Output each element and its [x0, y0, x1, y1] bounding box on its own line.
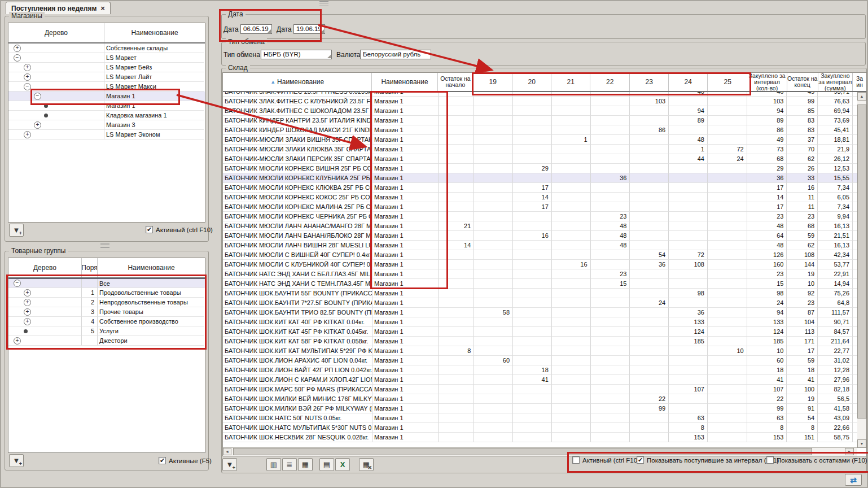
expand-icon[interactable]: +: [24, 64, 31, 71]
product-row[interactable]: БАТОНЧИК МЮСЛИ ЛАНЧ ВИШНЯ 28Г MUESLI LUN…: [223, 241, 857, 250]
product-row[interactable]: БАТОНЧИК МЮСЛИ С ВИШНЕЙ 40Г СУПЕР! 0.4кг…: [223, 250, 857, 260]
product-row[interactable]: БАТОНЧИК МЮСЛИ КОРНЕКС КЛУБНИКА 25Г РБ C…: [223, 173, 857, 183]
expand-icon[interactable]: +: [14, 45, 21, 52]
groups-col-tree[interactable]: Дерево: [8, 258, 82, 277]
scroll-left-button[interactable]: ◄: [223, 448, 231, 455]
collapse-icon[interactable]: −: [24, 83, 31, 90]
store-tree-row[interactable]: +Собственные склады: [8, 43, 205, 53]
collapse-icon[interactable]: −: [14, 280, 21, 287]
group-tree-row[interactable]: −Все: [8, 278, 205, 288]
product-row[interactable]: БАТОНЧИК ЗЛАК.ФИТНЕС С ШОКОЛАДОМ 23.5Г F…: [223, 106, 857, 116]
col-header-start-balance[interactable]: Остаток на начало: [438, 73, 474, 91]
product-row[interactable]: БАТОНЧИК ШОК.КИТ КАТ 45Г РФ KITKAT 0.045…: [223, 327, 857, 337]
store-tree-row[interactable]: −Магазин 1: [8, 91, 205, 101]
top-splitter-handle[interactable]: [319, 1, 328, 6]
product-row[interactable]: БАТОНЧИК ШОК.МИЛКИ ВЕЙ МИНИС 176Г MILKYW…: [223, 394, 857, 404]
product-row[interactable]: БАТОНЧИК МЮСЛИ ЛАНЧ БАНАН/ЯБЛОКО 28Г MUE…: [223, 231, 857, 241]
product-row[interactable]: БАТОНЧИК МЮСЛИ КОРНЕКС МАЛИНА 25Г РБ COR…: [223, 202, 857, 212]
col-header-purchased-qty[interactable]: Закуплено за интервал (кол-во): [747, 73, 787, 91]
groups-filter-button[interactable]: ▼ +: [9, 454, 24, 467]
store-tree-row[interactable]: Магазин 1: [8, 101, 205, 111]
store-tree-row[interactable]: +LS Маркет Лайт: [8, 72, 205, 82]
col-header-week-23[interactable]: 23: [630, 73, 669, 91]
calculator-button[interactable]: ▦: [298, 458, 313, 471]
active-filter-checkbox[interactable]: Активный (ctrl F10): [572, 456, 639, 464]
store-tree-row[interactable]: +Магазин 3: [8, 120, 205, 130]
product-row[interactable]: БАТОНЧИК КИНДЕР ШОКОЛАД МАКСИ 21Г KINDER…: [223, 125, 857, 135]
vertical-scrollbar[interactable]: ▲ ▼: [857, 92, 866, 448]
product-row[interactable]: БАТОНЧИК ШОК.МАРС 50Г РФ MARS (ПРИКАССА)…: [223, 385, 857, 394]
horizontal-scroll-thumb[interactable]: [233, 448, 812, 455]
group-tree-row[interactable]: 5Услуги: [8, 326, 205, 336]
scroll-up-button[interactable]: ▲: [857, 92, 866, 101]
product-row[interactable]: БАТОНЧИК-МЮСЛИ ЗЛАКИ КЛЮКВА 35Г СПАРТАК …: [223, 145, 857, 154]
col-header-product-name[interactable]: ▲ Наименование: [223, 73, 372, 91]
groups-col-name[interactable]: Наименование: [98, 258, 205, 277]
product-row[interactable]: БАТОНЧИК ЗЛАК.ФИТНЕС 23.5Г FITNESS 0.023…: [223, 92, 857, 97]
show-with-balances-checkbox[interactable]: Показывать с остатками (F10): [766, 456, 867, 464]
numbered-list-button[interactable]: ≣: [282, 458, 297, 471]
currency-field[interactable]: Белорусский рубль: [360, 50, 431, 59]
scroll-down-button[interactable]: ▼: [857, 439, 866, 448]
col-header-week-21[interactable]: 21: [551, 73, 590, 91]
col-header-end-balance[interactable]: Остаток на конец: [787, 73, 818, 91]
col-header-store-name[interactable]: Наименование: [372, 73, 437, 91]
group-tree-row[interactable]: +1Продовольственные товары: [8, 288, 205, 298]
expand-icon[interactable]: +: [24, 318, 31, 325]
stores-col-tree[interactable]: Дерево: [8, 23, 104, 42]
expand-icon[interactable]: +: [14, 337, 21, 345]
expand-icon[interactable]: +: [24, 73, 31, 81]
product-row[interactable]: БАТОНЧИК ШОК.БАУНТИ 55Г BOUNTY (ПРИКАССА…: [223, 289, 857, 298]
product-row[interactable]: БАТОНЧИК ШОК.БАУНТИ ТРИО 82.5Г BOUNTY (П…: [223, 308, 857, 317]
vertical-scroll-thumb[interactable]: [857, 104, 866, 419]
product-row[interactable]: БАТОНЧИК МЮСЛИ КОРНЕКС ВИШНЯ 25Г РБ CORN…: [223, 164, 857, 173]
product-row[interactable]: БАТОНЧИК ЗЛАК.ФИТНЕС С КЛУБНИКОЙ 23.5Г F…: [223, 97, 857, 106]
exchange-type-select[interactable]: НБРБ (BYR): [261, 50, 332, 59]
expand-icon[interactable]: +: [24, 289, 31, 297]
show-received-interval-checkbox[interactable]: ✔ Показывать поступившие за интервал (F1…: [637, 456, 779, 464]
col-header-week-22[interactable]: 22: [590, 73, 630, 91]
stores-col-name[interactable]: Наименование: [104, 23, 205, 42]
col-header-week-19[interactable]: 19: [474, 73, 512, 91]
product-row[interactable]: БАТОНЧИК ШОК.НАТС 50Г NUTS 0.05кг.Магази…: [223, 413, 857, 423]
product-row[interactable]: БАТОНЧИК ШОК.ЛИОН АРАХИС 40Г LION 0.04кг…: [223, 356, 857, 365]
store-tree-row[interactable]: −LS Маркет Макси: [8, 82, 205, 91]
store-tree-row[interactable]: Кладовка магазина 1: [8, 111, 205, 120]
product-row[interactable]: БАТОНЧИК МЮСЛИ ЛАНЧ АНАНАС/МАНГО 28Г MUE…: [223, 221, 857, 231]
product-row[interactable]: БАТОНЧИК МЮСЛИ С КЛУБНИКОЙ 40Г СУПЕР! 0.…: [223, 260, 857, 269]
product-row[interactable]: БАТОНЧИК ШОК.НАТС МУЛЬТИПАК 5*30Г NUTS 0…: [223, 423, 857, 433]
stores-active-checkbox[interactable]: ✔ Активный (ctrl F10): [146, 226, 213, 233]
groups-active-checkbox[interactable]: ✔ Активные (F5): [159, 457, 212, 464]
panel-splitter-handle[interactable]: [100, 243, 109, 248]
product-row[interactable]: БАТОНЧИК МЮСЛИ КОРНЕКС КОКОС 25Г РБ CORN…: [223, 193, 857, 202]
product-row[interactable]: БАТОНЧИК ШОК.ЛИОН ВАЙТ 42Г РП LION 0.042…: [223, 365, 857, 375]
expand-icon[interactable]: +: [34, 121, 41, 129]
collapse-icon[interactable]: −: [14, 54, 21, 62]
product-row[interactable]: БАТОНЧИК-МЮСЛИ ЗЛАКИ ВИШНЯ 35Г СПАРТАК 0…: [223, 135, 857, 145]
expand-icon[interactable]: +: [24, 131, 31, 138]
col-header-week-24[interactable]: 24: [669, 73, 708, 91]
product-row[interactable]: БАТОНЧИК КИНДЕР КАНТРИ 23.5Г ИТАЛИЯ KIND…: [223, 116, 857, 125]
col-header-week-20[interactable]: 20: [512, 73, 551, 91]
product-row[interactable]: БАТОНЧИК ШОК.НЕСКВИК 28Г NESQUIK 0.028кг…: [223, 433, 857, 442]
column-setup-button[interactable]: ▥: [266, 458, 281, 471]
product-row[interactable]: БАТОНЧИК МЮСЛИ КОРНЕКС КЛЮКВА 25Г РБ COR…: [223, 183, 857, 193]
col-header-purchased-sum[interactable]: Закуплено за интервал (сумма): [818, 73, 853, 91]
store-tree-row[interactable]: +LS Маркет Эконом: [8, 130, 205, 140]
horizontal-scrollbar[interactable]: ◄ ►: [223, 447, 857, 456]
export-excel-button[interactable]: X: [335, 458, 350, 471]
date-from-input[interactable]: 06.05.19: [240, 24, 272, 34]
product-row[interactable]: БАТОНЧИК НАТС ЭНД ХАНИ С БЕЛ.ГЛАЗ.45Г MI…: [223, 269, 857, 279]
group-tree-row[interactable]: +2Непродовольственные товары: [8, 298, 205, 307]
product-row[interactable]: БАТОНЧИК МЮСЛИ КОРНЕКС ЧЕРНИКА 25Г РБ CO…: [223, 212, 857, 221]
groups-col-order[interactable]: Поря: [82, 258, 98, 277]
date-to-input[interactable]: 19.06.19: [293, 24, 325, 34]
store-tree-row[interactable]: +LS Маркет Бейз: [8, 63, 205, 72]
clear-table-button[interactable]: ▦✕: [359, 458, 374, 471]
store-tree-row[interactable]: −LS Маркет: [8, 53, 205, 63]
product-row[interactable]: БАТОНЧИК ШОК.КИТ КАТ 40Г РФ KITKAT 0.04к…: [223, 317, 857, 327]
tab-close-icon[interactable]: ×: [100, 4, 105, 12]
product-row[interactable]: БАТОНЧИК-МЮСЛИ ЗЛАКИ ПЕРСИК 35Г СПАРТАК …: [223, 154, 857, 164]
group-tree-row[interactable]: +3Прочие товары: [8, 307, 205, 317]
product-row[interactable]: БАТОНЧИК ШОК.МИЛКИ ВЭЙ 26Г РФ MILKYWAY (…: [223, 404, 857, 413]
